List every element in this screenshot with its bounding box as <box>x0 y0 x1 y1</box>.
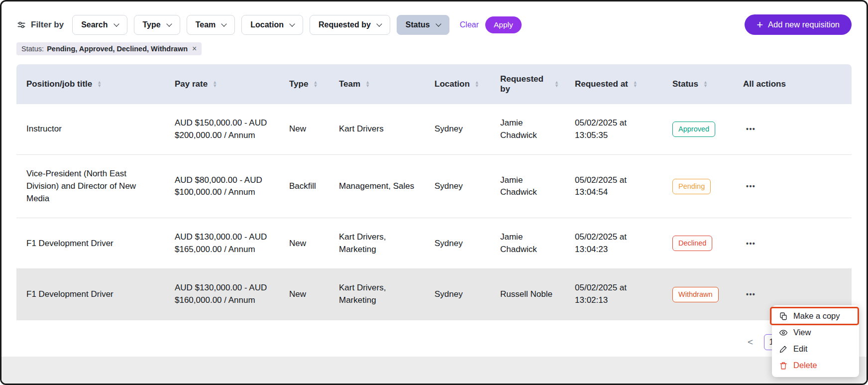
cell-location: Sydney <box>427 269 492 320</box>
filter-dropdown-status[interactable]: Status <box>397 15 449 35</box>
apply-filters-button[interactable]: Apply <box>485 16 522 33</box>
column-header-status: Status▲▼ <box>664 64 735 104</box>
cell-location: Sydney <box>427 218 492 269</box>
cell-requested-by: Jamie Chadwick <box>492 104 567 155</box>
chevron-down-icon <box>221 21 227 26</box>
chip-value: Pending, Approved, Declined, Withdrawn <box>47 45 188 53</box>
cell-type: New <box>281 218 331 269</box>
cell-team: Management, Sales <box>331 155 427 218</box>
menu-item-make-a-copy[interactable]: Make a copy <box>772 308 859 324</box>
cell-location: Sydney <box>427 155 492 218</box>
eye-icon <box>779 328 788 337</box>
cell-team: Kart Drivers, Marketing <box>331 269 427 320</box>
sort-icon[interactable]: ▲▼ <box>213 81 217 88</box>
cell-requested-by: Jamie Chadwick <box>492 155 567 218</box>
pencil-icon <box>779 345 788 354</box>
column-header-type: Type▲▼ <box>281 64 331 104</box>
status-badge: Pending <box>672 179 711 194</box>
cell-team: Kart Drivers <box>331 104 427 155</box>
column-header-requested-by: Requested by▲▼ <box>492 64 567 104</box>
filter-bar: Filter by Search Type Team Location Requ… <box>16 14 852 35</box>
table-row: Instructor AUD $150,000.00 - AUD $200,00… <box>16 104 852 155</box>
cell-requested-by: Russell Noble <box>492 269 567 320</box>
chevron-left-icon[interactable]: < <box>745 336 756 348</box>
cell-pay-rate: AUD $80,000.00 - AUD $100,000.00 / Annum <box>167 155 281 218</box>
row-actions-context-menu: Make a copy View Edit Delete <box>772 305 859 377</box>
filter-dropdown-requested-by[interactable]: Requested by <box>310 15 390 35</box>
plus-icon: + <box>757 21 763 28</box>
filter-by-label: Filter by <box>16 20 64 30</box>
filter-by-text: Filter by <box>31 20 64 30</box>
status-badge: Approved <box>672 122 715 137</box>
sort-icon[interactable]: ▲▼ <box>475 81 479 88</box>
cell-team: Kart Drivers, Marketing <box>331 218 427 269</box>
column-header-team: Team▲▼ <box>331 64 427 104</box>
table-header-row: Position/job title▲▼ Pay rate▲▼ Type▲▼ T… <box>16 64 852 104</box>
cell-position: Vice-President (North East Division) and… <box>16 155 167 218</box>
status-badge: Withdrawn <box>672 287 719 302</box>
column-header-position: Position/job title▲▼ <box>16 64 167 104</box>
column-header-location: Location▲▼ <box>427 64 492 104</box>
chevron-down-icon <box>289 21 295 26</box>
filter-dropdown-search[interactable]: Search <box>72 15 127 35</box>
cell-position: Instructor <box>16 104 167 155</box>
status-filter-chip: Status: Pending, Approved, Declined, Wit… <box>16 42 202 55</box>
cell-requested-at: 05/02/2025 at 13:04:54 <box>567 155 664 218</box>
copy-icon <box>779 312 788 321</box>
column-header-pay-rate: Pay rate▲▼ <box>167 64 281 104</box>
add-new-requisition-button[interactable]: + Add new requisition <box>745 14 852 35</box>
table-row: F1 Development Driver AUD $130,000.00 - … <box>16 218 852 269</box>
filter-dropdown-team[interactable]: Team <box>187 15 235 35</box>
cell-requested-at: 05/02/2025 at 13:02:13 <box>567 269 664 320</box>
cell-requested-at: 05/02/2025 at 13:04:23 <box>567 218 664 269</box>
chevron-down-icon <box>166 21 172 26</box>
sort-icon[interactable]: ▲▼ <box>703 81 708 88</box>
cell-location: Sydney <box>427 104 492 155</box>
trash-icon <box>779 361 788 370</box>
sort-icon[interactable]: ▲▼ <box>97 81 102 88</box>
menu-item-delete[interactable]: Delete <box>772 357 859 374</box>
cell-pay-rate: AUD $150,000.00 - AUD $200,000.00 / Annu… <box>167 104 281 155</box>
cell-position: F1 Development Driver <box>16 218 167 269</box>
sort-icon[interactable]: ▲▼ <box>365 81 370 88</box>
cell-requested-by: Jamie Chadwick <box>492 218 567 269</box>
chevron-down-icon <box>435 21 441 26</box>
table-row: Vice-President (North East Division) and… <box>16 155 852 218</box>
filter-dropdown-location[interactable]: Location <box>241 15 303 35</box>
cell-pay-rate: AUD $130,000.00 - AUD $160,000.00 / Annu… <box>167 269 281 320</box>
sort-icon[interactable]: ▲▼ <box>313 81 318 88</box>
close-icon[interactable]: × <box>192 45 197 53</box>
footer-strip <box>1 357 867 384</box>
column-header-all-actions: All actions <box>735 64 852 104</box>
cell-requested-at: 05/02/2025 at 13:05:35 <box>567 104 664 155</box>
cell-type: New <box>281 269 331 320</box>
row-actions-menu-button[interactable]: ••• <box>743 288 759 300</box>
sort-icon[interactable]: ▲▼ <box>633 81 638 88</box>
chevron-down-icon <box>113 21 119 26</box>
cell-position: F1 Development Driver <box>16 269 167 320</box>
filter-dropdown-type[interactable]: Type <box>134 15 180 35</box>
menu-item-view[interactable]: View <box>772 324 859 341</box>
menu-item-edit[interactable]: Edit <box>772 341 859 357</box>
active-filters-row: Status: Pending, Approved, Declined, Wit… <box>16 42 852 55</box>
sort-icon[interactable]: ▲▼ <box>554 81 559 88</box>
main-content: Filter by Search Type Team Location Requ… <box>1 1 867 320</box>
sliders-icon <box>16 20 26 30</box>
row-actions-menu-button[interactable]: ••• <box>743 123 759 135</box>
row-actions-menu-button[interactable]: ••• <box>743 238 759 250</box>
column-header-requested-at: Requested at▲▼ <box>567 64 664 104</box>
table-row-highlighted: F1 Development Driver AUD $130,000.00 - … <box>16 269 852 320</box>
cell-pay-rate: AUD $130,000.00 - AUD $165,000.00 / Annu… <box>167 218 281 269</box>
cell-type: New <box>281 104 331 155</box>
cell-type: Backfill <box>281 155 331 218</box>
requisitions-page: Filter by Search Type Team Location Requ… <box>0 0 868 385</box>
clear-filters-link[interactable]: Clear <box>460 20 479 29</box>
chip-label: Status: <box>21 45 44 53</box>
chevron-down-icon <box>376 21 382 26</box>
row-actions-menu-button[interactable]: ••• <box>743 180 759 192</box>
status-badge: Declined <box>672 236 712 251</box>
requisitions-table: Position/job title▲▼ Pay rate▲▼ Type▲▼ T… <box>16 64 852 320</box>
